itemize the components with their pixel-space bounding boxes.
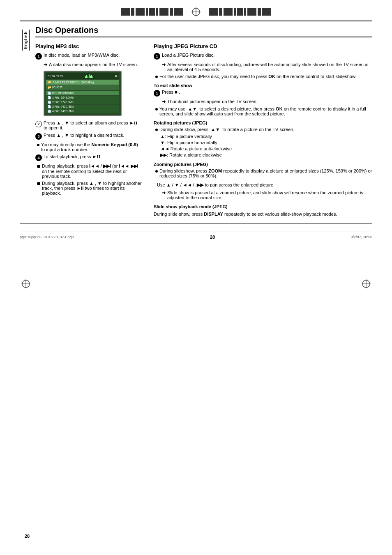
arrow-symbol: ➜ — [162, 62, 166, 67]
bar-seg — [146, 8, 148, 16]
bar-seg — [121, 8, 130, 16]
rotating-item-1: ▲: Flip a picture vertically — [154, 134, 372, 139]
step-1: 1 In disc mode, load an MP3/WMA disc. — [35, 53, 142, 60]
step-3-number: 3 — [35, 133, 42, 140]
rotating-item-4: ▶▶: Rotate a picture clockwise — [154, 152, 372, 158]
bar-seg — [170, 8, 173, 16]
rotating-title: Rotating pictures (JPEG) — [154, 120, 372, 125]
arrow-symbol: ➜ — [162, 190, 166, 196]
left-crosshair — [21, 279, 30, 289]
screen-mockup: 01:36 03:33 ▶ 📁A MP3 T — [44, 71, 122, 116]
bar-seg — [159, 8, 168, 16]
right-section-title: Playing JPEG Picture CD — [154, 43, 372, 49]
bar-seg — [209, 8, 218, 16]
screen-track-3: 📄 2 File: 174c.3Mb — [46, 100, 119, 104]
main-content: English Disc Operations Playing MP3 disc… — [20, 21, 372, 223]
rotating-item-3: ◄◄ Rotate a picture anti-clockwise — [154, 146, 372, 151]
sidebar: English — [20, 25, 31, 219]
right-step-1-bullet: For the user-made JPEG disc, you may nee… — [154, 74, 372, 79]
exit-step-1-text: Press ■ . — [162, 90, 180, 94]
right-step-1: 1 Load a JPEG Picture disc. — [154, 53, 372, 60]
right-step-1-text: Load a JPEG Picture disc. — [162, 53, 214, 58]
bar-seg — [258, 8, 261, 16]
rotating-bullet-1: During slide show, press ▲▼ to rotate a … — [154, 127, 372, 132]
left-section-title: Playing MP3 disc — [35, 43, 142, 49]
bar-seg — [149, 8, 155, 16]
left-column: Playing MP3 disc 1 In disc mode, load an… — [35, 43, 142, 219]
bar-seg — [244, 8, 246, 16]
page-bottom-border — [20, 223, 372, 223]
bar-pattern-right — [209, 8, 271, 16]
page-number: 28 — [25, 534, 30, 539]
page-title: Disc Operations — [35, 25, 372, 37]
content-area: Disc Operations Playing MP3 disc 1 In di… — [31, 25, 372, 219]
zooming-use-text: Use ▲ / ▼ / ◄◄ / ▶▶ to pan across the en… — [154, 182, 372, 189]
right-step-1-number: 1 — [154, 53, 160, 60]
screen-track-4: 📄 3 File: 743C.3Mb — [46, 105, 119, 109]
zooming-title: Zooming pictures (JPEG) — [154, 162, 372, 167]
footer-page-number: 28 — [210, 235, 215, 240]
bar-seg — [224, 8, 233, 16]
step-3: 3 Press ▲ , ▼ to highlight a desired tra… — [35, 133, 142, 140]
exit-step-1: 1 Press ■ . — [154, 90, 372, 97]
footer-right: 9/2/07, 18:50 — [350, 235, 372, 239]
bullet-dot — [37, 144, 39, 146]
step-3-bullet: You may directly use the Numeric Keypad … — [35, 142, 142, 152]
step-4-number: 4 — [35, 154, 42, 161]
screen-track-5: 📄 4 File: 149C.3Mb — [46, 109, 119, 113]
bullet-dot — [155, 76, 158, 78]
bar-seg — [219, 8, 222, 16]
screen-time-bar: 01:36 03:33 ▶ — [46, 73, 119, 79]
step-1-arrow: ➜ A data disc menu appears on the TV scr… — [35, 62, 142, 67]
screen-track-1: 📄 001 MP3MUSIC1 — [46, 91, 119, 95]
sidebar-label: English — [22, 30, 30, 51]
step-2: 2 Press ▲ , ▼ to select an album and pre… — [35, 120, 142, 130]
bullet-dot — [155, 108, 158, 111]
right-step-1-arrow1: ➜ After several seconds of disc loading,… — [154, 62, 372, 72]
zooming-arrow-1: ➜ Slide show is paused at a zoomed pictu… — [154, 190, 372, 200]
exit-slide-title: To exit slide show — [154, 83, 372, 88]
top-decorative-bar — [0, 0, 392, 21]
step-2-number: 2 — [35, 121, 42, 127]
zooming-bullet-1: During slideshow, press ZOOM repeatedly … — [154, 168, 372, 178]
crosshair-icon-left — [191, 7, 201, 16]
step-4-text: To start playback, press ►II. — [44, 154, 101, 159]
bar-seg — [136, 8, 145, 16]
bar-seg — [262, 8, 271, 16]
bar-seg — [234, 8, 236, 16]
slideshow-text: During slide show, press DISPLAY repeate… — [154, 211, 372, 218]
footer: pg018-pg035_DCD778_37-EngB 28 9/2/07, 18… — [20, 232, 372, 240]
bar-seg — [174, 8, 183, 16]
exit-bullet-1: You may use ▲▼ to select a desired pictu… — [154, 106, 372, 116]
step-1-text: In disc mode, load an MP3/WMA disc. — [44, 53, 120, 58]
exit-step-1-arrow: ➜ Thumbnail pictures appear on the TV sc… — [154, 99, 372, 104]
footer-left: pg018-pg035_DCD778_37-EngB — [20, 235, 74, 239]
screen-time: 01:36 03:33 — [48, 75, 63, 78]
arrow-symbol: ➜ — [44, 62, 47, 67]
step-1-number: 1 — [35, 53, 42, 60]
bullet-dot — [37, 165, 40, 168]
slideshow-title: Slide show playback mode (JPEG) — [154, 204, 372, 209]
bar-seg — [156, 8, 158, 16]
two-column-layout: Playing MP3 disc 1 In disc mode, load an… — [35, 43, 372, 219]
bar-seg — [131, 8, 134, 16]
step-4-bullet-1: During playback, press I◄◄ / ▶▶I (or I◄◄… — [35, 164, 142, 179]
screen-track-2: 📄 1 File: 1049.3Mb — [46, 96, 119, 100]
exit-step-1-number: 1 — [154, 90, 160, 97]
rotating-item-2: ▼: Flip a picture horizontally — [154, 140, 372, 145]
right-column: Playing JPEG Picture CD 1 Load a JPEG Pi… — [154, 43, 372, 219]
step-4: 4 To start playback, press ►II. — [35, 154, 142, 161]
bullet-dot — [155, 129, 158, 131]
step-2-text: Press ▲ , ▼ to select an album and press… — [44, 120, 142, 130]
bullet-dot — [37, 182, 40, 185]
screen-arrow: ▶ — [115, 74, 118, 78]
arrow-symbol: ➜ — [162, 99, 166, 104]
bar-seg — [247, 8, 256, 16]
bar-seg — [237, 8, 243, 16]
bar-pattern-left — [121, 8, 183, 16]
step-4-bullet-2: During playback, press ▲ , ▼ to highligh… — [35, 181, 142, 196]
screen-folder-001: 📁 001/022 — [46, 85, 119, 90]
step-3-text: Press ▲ , ▼ to highlight a desired track… — [44, 133, 125, 138]
bullet-dot — [155, 170, 158, 173]
screen-folder-header: 📁A MP3 TEST DISC#1 (20/64Mb) — [46, 80, 119, 85]
